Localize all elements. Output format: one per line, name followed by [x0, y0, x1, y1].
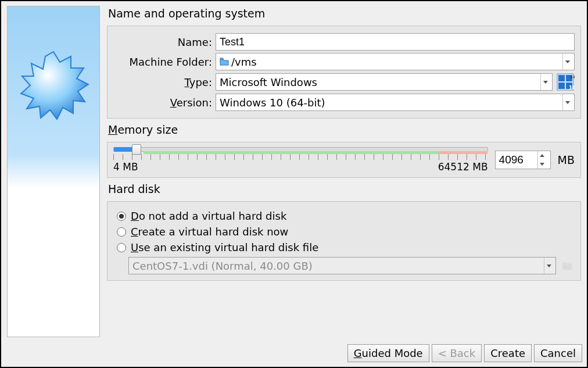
radio-existing[interactable] [117, 243, 126, 252]
starburst-icon [13, 47, 94, 128]
version-combo[interactable]: Windows 10 (64-bit) [216, 94, 575, 111]
existing-disk-value: CentOS7-1.vdi (Normal, 40.00 GB) [132, 260, 542, 272]
folder-icon [220, 58, 229, 66]
svg-text:64: 64 [570, 75, 575, 80]
type-label: Type: [113, 76, 212, 88]
type-combo[interactable]: Microsoft Windows [216, 73, 553, 91]
memory-input[interactable] [496, 151, 537, 169]
memory-max-label: 64512 MB [438, 161, 488, 173]
folder-dropdown-arrow[interactable] [562, 53, 572, 70]
radio-existing-label: Use an existing virtual hard disk file [131, 241, 318, 253]
memory-min-label: 4 MB [113, 161, 138, 173]
dialog-footer: Guided Mode < Back Create Cancel [1, 341, 587, 367]
folder-label: Machine Folder: [113, 56, 212, 68]
radio-none[interactable] [117, 212, 126, 221]
wizard-main: Name and operating system Name: Machine … [107, 6, 581, 337]
section-title-name-os: Name and operating system [108, 7, 581, 20]
memory-spinbox[interactable] [495, 151, 551, 169]
name-input[interactable] [216, 33, 575, 51]
radio-row-create[interactable]: Create a virtual hard disk now [117, 226, 575, 238]
os-icon: 10 64 [556, 73, 575, 91]
version-value: Windows 10 (64-bit) [220, 97, 560, 109]
wizard-sidebar [7, 6, 100, 337]
svg-rect-5 [558, 83, 565, 89]
type-dropdown-arrow[interactable] [540, 74, 550, 90]
dialog-content: Name and operating system Name: Machine … [1, 1, 587, 341]
svg-point-9 [564, 266, 567, 269]
existing-disk-dropdown-arrow [544, 258, 553, 274]
version-label: Version: [113, 97, 212, 109]
guided-mode-button[interactable]: Guided Mode [347, 344, 429, 362]
type-value: Microsoft Windows [220, 76, 538, 88]
radio-row-none[interactable]: Do not add a virtual hard disk [117, 210, 575, 222]
memory-slider[interactable]: 4 MB 64512 MB [113, 147, 488, 173]
create-button[interactable]: Create [484, 344, 532, 362]
version-dropdown-arrow[interactable] [562, 94, 572, 110]
memory-slider-handle[interactable] [132, 144, 141, 155]
svg-text:10: 10 [569, 85, 575, 91]
section-title-memory: Memory size [108, 123, 581, 136]
radio-create-label: Create a virtual hard disk now [131, 226, 288, 238]
create-vm-dialog: Name and operating system Name: Machine … [0, 0, 588, 368]
name-label: Name: [113, 36, 212, 48]
panel-memory: 4 MB 64512 MB MB [107, 142, 581, 178]
radio-row-existing[interactable]: Use an existing virtual hard disk file [117, 241, 575, 253]
section-title-hard-disk: Hard disk [108, 183, 581, 195]
svg-rect-3 [558, 75, 565, 81]
back-button: < Back [432, 344, 482, 362]
existing-disk-combo: CentOS7-1.vdi (Normal, 40.00 GB) [128, 257, 556, 274]
folder-combo[interactable]: /vms [216, 53, 575, 70]
radio-create[interactable] [117, 227, 126, 237]
cancel-button[interactable]: Cancel [534, 344, 582, 362]
svg-marker-0 [21, 52, 88, 119]
panel-name-os: Name: Machine Folder: /vms Typ [107, 26, 581, 119]
folder-value: /vms [231, 56, 560, 68]
memory-unit: MB [558, 153, 575, 166]
svg-rect-1 [220, 58, 223, 60]
memory-spin-up[interactable] [538, 151, 547, 160]
radio-none-label: Do not add a virtual hard disk [131, 210, 286, 222]
memory-spin-down[interactable] [538, 160, 547, 169]
panel-hard-disk: Do not add a virtual hard disk Create a … [107, 201, 581, 281]
choose-disk-icon [560, 258, 575, 273]
